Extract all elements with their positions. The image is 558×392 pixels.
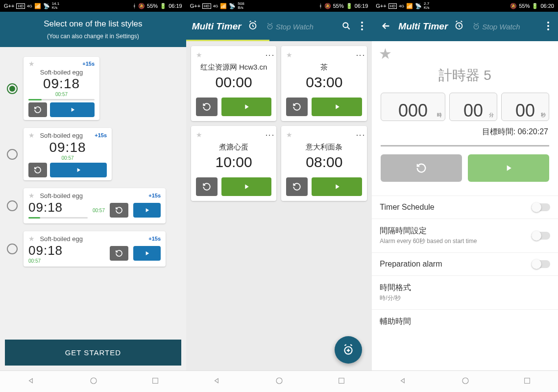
radio-selected[interactable] xyxy=(7,83,18,94)
toggle-switch[interactable] xyxy=(532,203,550,211)
reset-button[interactable] xyxy=(28,102,47,117)
svg-point-5 xyxy=(361,22,363,24)
nav-home-icon[interactable] xyxy=(89,376,98,387)
plus15-button[interactable]: +15s xyxy=(148,193,161,198)
overflow-menu-button[interactable] xyxy=(544,19,552,35)
tab-stopwatch[interactable]: Stop Watch xyxy=(472,23,520,31)
nav-bar xyxy=(372,370,558,392)
app-brand[interactable]: Multi Timer xyxy=(398,21,448,32)
card-menu-icon[interactable]: ⋮ xyxy=(268,51,271,59)
timer-card[interactable]: ★⋮ 煮溏心蛋 10:00 xyxy=(191,126,277,201)
star-icon[interactable]: ★ xyxy=(196,131,202,139)
reset-button[interactable] xyxy=(196,177,218,196)
svg-rect-17 xyxy=(525,378,530,383)
radio-unselected[interactable] xyxy=(7,244,18,254)
card-menu-icon[interactable]: ⋮ xyxy=(359,131,362,139)
nav-home-icon[interactable] xyxy=(461,376,470,387)
nav-back-icon[interactable] xyxy=(213,376,221,387)
star-icon[interactable]: ★ xyxy=(196,51,202,59)
add-timer-fab[interactable] xyxy=(335,336,362,364)
play-button[interactable] xyxy=(133,246,161,261)
back-button[interactable] xyxy=(378,18,394,36)
nav-home-icon[interactable] xyxy=(275,376,284,387)
seconds-value: 00 xyxy=(515,102,535,120)
hd-badge: HD xyxy=(388,3,397,9)
alarm-clock-icon xyxy=(454,20,464,33)
overflow-menu-button[interactable] xyxy=(358,19,366,35)
timer-name: 意大利面条 xyxy=(286,143,362,152)
plus15-button[interactable]: +15s xyxy=(95,132,107,138)
play-button[interactable] xyxy=(221,98,272,116)
setting-timer-schedule[interactable]: Timer Schedule xyxy=(372,196,558,219)
nav-back-icon[interactable] xyxy=(27,376,36,387)
setting-time-format[interactable]: 時間格式 時/分/秒 xyxy=(372,275,558,309)
net-badge: 4G xyxy=(27,4,32,8)
timer-name-input[interactable]: 計時器 5 xyxy=(379,66,551,85)
style-option-2[interactable]: ★ Soft-boiled egg +15s 09:18 00:57 xyxy=(7,128,179,180)
timer-card[interactable]: ★⋮ 茶 03:00 xyxy=(281,46,367,121)
plus15-button[interactable]: +15s xyxy=(82,61,95,67)
nav-recent-icon[interactable] xyxy=(151,377,159,387)
play-button[interactable] xyxy=(133,203,161,218)
reset-button[interactable] xyxy=(286,177,308,196)
radio-unselected[interactable] xyxy=(7,149,18,160)
setting-label: 時間格式 xyxy=(380,283,411,293)
play-button[interactable] xyxy=(50,102,95,117)
setting-preparation-alarm[interactable]: Preparation alarm xyxy=(372,252,558,275)
style-option-1[interactable]: ★ +15s Soft-boiled egg 09:18 00:57 xyxy=(7,57,179,120)
play-button[interactable] xyxy=(468,154,549,182)
timer-card[interactable]: ★⋮ 红尘资源网 Hcw3.cn 00:00 xyxy=(191,46,277,121)
clock-label: 06:19 xyxy=(169,3,182,9)
reset-button[interactable] xyxy=(196,98,218,116)
onboard-header: Select one of the list styles (You can a… xyxy=(0,12,186,47)
style-option-4[interactable]: ★ Soft-boiled egg +15s 09:18 00:57 xyxy=(7,231,179,267)
timer-edit-body: ★ 計時器 5 000時 00分 00秒 目標時間: 06:20:27 Time… xyxy=(372,41,558,370)
radio-unselected[interactable] xyxy=(7,200,18,211)
nav-bar xyxy=(186,370,372,392)
search-button[interactable] xyxy=(339,18,354,35)
timer-name: Soft-boiled egg xyxy=(40,235,82,243)
app-bar: Multi Timer Stop Watch xyxy=(372,12,558,41)
favorite-star-button[interactable]: ★ xyxy=(379,46,392,62)
play-button[interactable] xyxy=(312,98,362,116)
toggle-switch[interactable] xyxy=(532,260,550,268)
seconds-input[interactable]: 00秒 xyxy=(501,93,549,121)
hours-input[interactable]: 000時 xyxy=(381,93,445,121)
nav-recent-icon[interactable] xyxy=(338,377,345,387)
card-menu-icon[interactable]: ⋮ xyxy=(359,51,362,59)
reset-button[interactable] xyxy=(286,98,308,116)
setting-interval[interactable]: 間隔時間設定 Alarm every 60秒 based on start ti… xyxy=(372,219,558,252)
setting-sublabel: Alarm every 60秒 based on start time xyxy=(380,237,477,245)
timer-card[interactable]: ★⋮ 意大利面条 08:00 xyxy=(281,126,367,201)
status-bar: G++ HD 4G 📶 📡 14.1K/s ᚼ 🔕 55% 🔋 06:19 xyxy=(0,0,186,12)
reset-button[interactable] xyxy=(28,163,47,177)
get-started-button[interactable]: GET STARTED xyxy=(5,340,181,366)
nav-recent-icon[interactable] xyxy=(523,377,531,387)
nav-back-icon[interactable] xyxy=(399,376,408,387)
star-icon[interactable]: ★ xyxy=(286,51,292,59)
timer-name: Soft-boiled egg xyxy=(28,69,95,76)
style-option-3[interactable]: ★ Soft-boiled egg +15s 09:18 00:57 xyxy=(7,188,179,223)
play-button[interactable] xyxy=(50,163,107,177)
setting-aux-time[interactable]: 輔助時間 xyxy=(372,309,558,334)
wifi-icon: 📡 xyxy=(229,3,236,9)
star-icon[interactable]: ★ xyxy=(286,131,292,139)
plus15-button[interactable]: +15s xyxy=(148,236,161,242)
timer-time: 03:00 xyxy=(286,74,362,91)
reset-button[interactable] xyxy=(381,154,462,182)
play-button[interactable] xyxy=(221,177,272,196)
hd-badge: HD xyxy=(16,3,25,9)
net-speed-unit: K/s xyxy=(424,6,430,10)
reset-button[interactable] xyxy=(110,203,128,218)
progress-track xyxy=(381,145,549,147)
tab-stopwatch[interactable]: Stop Watch xyxy=(266,23,314,31)
play-button[interactable] xyxy=(312,177,362,196)
onboard-subtitle: (You can also change it in Settings) xyxy=(47,33,139,40)
toggle-switch[interactable] xyxy=(532,232,550,240)
minutes-input[interactable]: 00分 xyxy=(449,93,497,121)
style-options: ★ +15s Soft-boiled egg 09:18 00:57 ★ Sof… xyxy=(0,47,186,335)
reset-button[interactable] xyxy=(110,246,128,261)
card-menu-icon[interactable]: ⋮ xyxy=(268,131,271,139)
app-brand[interactable]: Multi Timer xyxy=(192,21,242,32)
svg-point-14 xyxy=(547,25,549,27)
